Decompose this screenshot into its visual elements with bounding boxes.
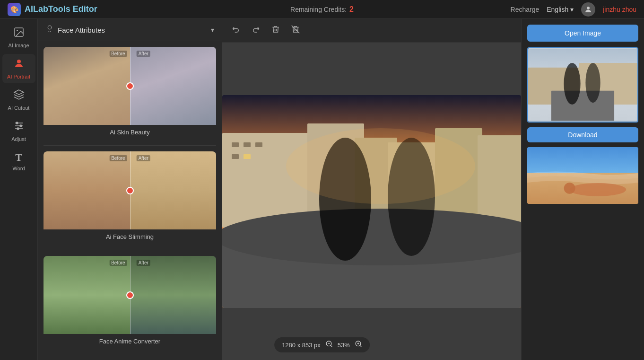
svg-line-30 xyxy=(331,345,332,347)
canvas-svg-image xyxy=(222,95,521,308)
sidebar-item-label: Adjust xyxy=(11,136,26,142)
primary-thumbnail[interactable] xyxy=(527,47,638,123)
card-after-half xyxy=(130,47,217,125)
toolbar xyxy=(222,19,521,43)
before-label: Before xyxy=(109,155,127,161)
zoom-out-button[interactable] xyxy=(325,340,333,350)
zoom-in-button[interactable] xyxy=(355,340,362,350)
card-before-half xyxy=(44,256,130,334)
sidebar-item-label: AI Cutout xyxy=(8,105,30,111)
drag-dot[interactable] xyxy=(126,82,134,90)
secondary-thumbnail-svg xyxy=(527,147,638,204)
recharge-button[interactable]: Recharge xyxy=(511,6,540,13)
word-icon: T xyxy=(15,151,22,164)
before-label: Before xyxy=(109,260,127,266)
tool-card-face-slimming[interactable]: Before After Ai Face Slimming xyxy=(44,151,216,244)
sidebar-item-adjust[interactable]: Adjust xyxy=(2,116,35,146)
canvas-container[interactable] xyxy=(222,43,521,360)
svg-point-44 xyxy=(564,183,575,194)
drag-dot[interactable] xyxy=(126,187,134,194)
after-label: After xyxy=(137,51,150,57)
sidebar: AI Image AI Portrait AI Cutout Adjust T … xyxy=(0,19,38,360)
card-after-half xyxy=(130,256,217,334)
tool-separator xyxy=(44,145,216,146)
svg-point-25 xyxy=(222,209,521,265)
after-label: After xyxy=(137,260,150,266)
svg-rect-20 xyxy=(244,142,251,147)
tool-card-label: Face Anime Converter xyxy=(44,334,216,349)
secondary-thumbnail-image xyxy=(527,147,638,204)
svg-point-7 xyxy=(16,122,18,124)
svg-point-43 xyxy=(570,183,626,196)
card-before-half xyxy=(44,47,130,125)
sidebar-item-label: AI Portrait xyxy=(7,74,30,79)
before-after-labels: Before After xyxy=(109,51,150,57)
tool-card-anime-converter[interactable]: Before After Face Anime Converter xyxy=(44,256,216,349)
svg-point-0 xyxy=(587,7,590,9)
secondary-thumbnail[interactable] xyxy=(527,147,638,204)
before-label: Before xyxy=(109,51,127,57)
thumbnail-svg xyxy=(528,48,637,122)
svg-rect-39 xyxy=(551,91,614,121)
svg-point-3 xyxy=(17,60,21,63)
svg-point-2 xyxy=(17,30,18,31)
username[interactable]: jinzhu zhou xyxy=(603,6,636,13)
zoom-level: 53% xyxy=(338,342,350,349)
user-avatar[interactable] xyxy=(581,2,595,17)
language-label: English xyxy=(547,6,568,13)
delete-all-button[interactable] xyxy=(289,23,302,38)
redo-button[interactable] xyxy=(250,23,262,38)
svg-rect-18 xyxy=(478,135,521,228)
image-info-bar: 1280 x 853 px 53% xyxy=(274,337,370,352)
before-after-labels: Before After xyxy=(109,260,150,266)
sidebar-item-word[interactable]: T Word xyxy=(2,148,35,175)
svg-line-33 xyxy=(360,345,361,347)
face-attributes-icon xyxy=(45,25,54,35)
open-image-button[interactable]: Open Image xyxy=(527,25,638,42)
sidebar-item-ai-portrait[interactable]: AI Portrait xyxy=(2,54,35,83)
download-button[interactable]: Download xyxy=(527,127,638,142)
svg-point-8 xyxy=(20,125,22,127)
ai-cutout-icon xyxy=(13,89,25,103)
sidebar-item-label: AI Image xyxy=(8,43,29,48)
right-panel: Open Image xyxy=(521,19,644,360)
face-slimming-image: Before After xyxy=(44,151,216,229)
anime-converter-image: Before After xyxy=(44,256,216,334)
chevron-down-icon[interactable]: ▾ xyxy=(211,26,214,34)
drag-dot[interactable] xyxy=(126,291,134,299)
before-after-labels: Before After xyxy=(109,155,150,161)
ai-portrait-icon xyxy=(13,58,25,72)
chevron-down-icon: ▾ xyxy=(570,6,574,13)
header: 🎨 AILabTools Editor Remaining Credits: 2… xyxy=(0,0,644,19)
ai-image-icon xyxy=(13,26,25,41)
tool-card-label: Ai Skin Beauty xyxy=(44,125,216,140)
credits-section: Remaining Credits: 2 xyxy=(290,5,354,14)
tool-card-skin-beauty[interactable]: Before After Ai Skin Beauty xyxy=(44,47,216,140)
svg-rect-23 xyxy=(244,154,251,159)
sidebar-item-ai-cutout[interactable]: AI Cutout xyxy=(2,85,35,114)
thumbnail-image xyxy=(528,48,637,122)
adjust-icon xyxy=(13,120,25,134)
remaining-label: Remaining Credits: xyxy=(290,6,347,13)
canvas-image-wrapper xyxy=(222,95,521,308)
svg-point-28 xyxy=(286,128,475,204)
app-title: AILabTools Editor xyxy=(25,4,97,14)
app-logo: 🎨 AILabTools Editor xyxy=(8,3,97,16)
tools-panel-header: Face Attributes ▾ xyxy=(38,19,222,41)
skin-beauty-image: Before After xyxy=(44,47,216,125)
undo-button[interactable] xyxy=(230,23,242,38)
tools-panel: Face Attributes ▾ Before After Ai Skin B… xyxy=(38,19,222,360)
tool-card-label: Ai Face Slimming xyxy=(44,229,216,244)
card-after-half xyxy=(130,151,217,229)
svg-rect-19 xyxy=(232,142,239,147)
delete-button[interactable] xyxy=(270,23,282,38)
after-label: After xyxy=(137,155,150,161)
image-dimensions: 1280 x 853 px xyxy=(282,342,321,349)
card-before-half xyxy=(44,151,130,229)
tool-separator xyxy=(44,250,216,250)
header-right: Recharge English ▾ jinzhu zhou xyxy=(511,2,636,17)
svg-point-10 xyxy=(48,26,52,29)
logo-icon: 🎨 xyxy=(8,3,21,16)
sidebar-item-ai-image[interactable]: AI Image xyxy=(2,23,35,52)
language-selector[interactable]: English ▾ xyxy=(547,6,574,13)
